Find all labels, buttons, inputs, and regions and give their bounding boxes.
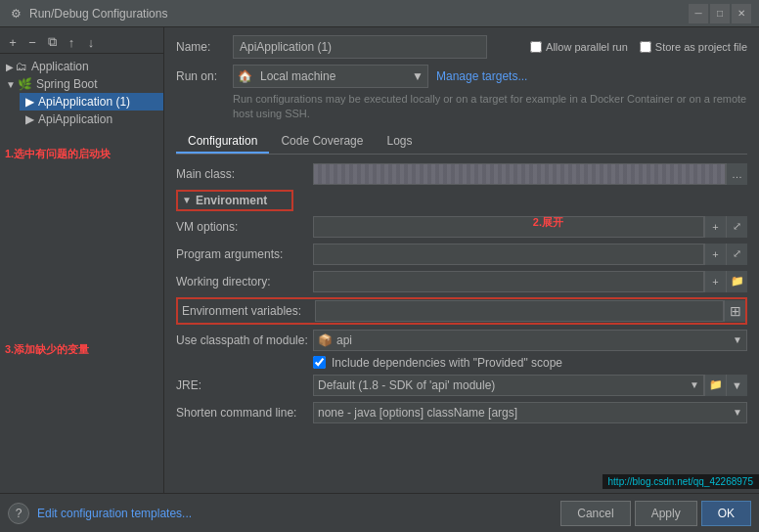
title-bar-title: Run/Debug Configurations xyxy=(29,7,689,21)
expand-arrow-application: ▶ xyxy=(6,62,14,72)
vm-options-plus-button[interactable]: + xyxy=(704,216,726,238)
jre-folder-button[interactable]: 📁 xyxy=(704,375,726,396)
jre-row: JRE: Default (1.8 - SDK of 'api' module)… xyxy=(176,374,747,397)
help-button[interactable]: ? xyxy=(8,503,29,524)
env-expand-arrow: ▼ xyxy=(182,195,192,205)
sidebar: + − ⧉ ↑ ↓ ▶ 🗂 Application ▼ 🌿 Spring Boo… xyxy=(0,27,164,493)
run-on-label: Run on: xyxy=(176,69,225,83)
run-config-icon-1: ▶ xyxy=(25,95,34,109)
env-section-label: Environment xyxy=(196,194,267,207)
tab-code-coverage[interactable]: Code Coverage xyxy=(269,130,375,154)
tab-configuration[interactable]: Configuration xyxy=(176,130,269,154)
working-dir-label: Working directory: xyxy=(176,275,313,288)
move-up-button[interactable]: ↑ xyxy=(63,33,80,51)
name-row: Name: Allow parallel run Store as projec… xyxy=(176,35,747,59)
title-bar-controls: ─ □ ✕ xyxy=(689,4,751,23)
apply-button[interactable]: Apply xyxy=(635,501,697,526)
vm-options-expand-button[interactable]: ⤢ xyxy=(726,216,747,238)
name-input[interactable] xyxy=(233,35,487,59)
sidebar-item-springboot-group[interactable]: ▼ 🌿 Spring Boot xyxy=(0,75,163,93)
run-on-row: Run on: 🏠 Local machine ▼ Manage targets… xyxy=(176,65,747,88)
include-deps-row: Include dependencies with "Provided" sco… xyxy=(176,356,747,370)
env-vars-input[interactable] xyxy=(315,300,724,322)
copy-config-button[interactable]: ⧉ xyxy=(43,33,61,51)
working-dir-folder-button[interactable]: 📁 xyxy=(726,271,747,292)
run-on-value: Local machine xyxy=(260,69,335,83)
jre-browse-button[interactable]: ▼ xyxy=(726,375,747,396)
allow-parallel-checkbox[interactable] xyxy=(530,41,542,53)
vm-options-row: VM options: + ⤢ xyxy=(176,215,747,239)
include-deps-checkbox[interactable] xyxy=(313,356,326,369)
program-args-plus-button[interactable]: + xyxy=(704,244,726,265)
add-config-button[interactable]: + xyxy=(4,33,22,51)
expand-arrow-springboot: ▼ xyxy=(6,79,16,90)
title-bar-icon: ⚙ xyxy=(8,6,23,22)
minimize-button[interactable]: ─ xyxy=(689,4,708,23)
main-layout: + − ⧉ ↑ ↓ ▶ 🗂 Application ▼ 🌿 Spring Boo… xyxy=(0,27,759,493)
jre-value: Default (1.8 - SDK of 'api' module) xyxy=(318,378,690,392)
title-bar: ⚙ Run/Debug Configurations ─ □ ✕ xyxy=(0,0,759,27)
sidebar-toolbar: + − ⧉ ↑ ↓ xyxy=(0,31,163,54)
tab-logs[interactable]: Logs xyxy=(375,130,424,154)
working-dir-row: Working directory: + 📁 xyxy=(176,270,747,293)
run-config-icon-2: ▶ xyxy=(25,112,34,126)
close-button[interactable]: ✕ xyxy=(732,4,751,23)
main-class-label: Main class: xyxy=(176,167,313,181)
checkboxes-row: Allow parallel run Store as project file xyxy=(530,41,747,53)
environment-section-header[interactable]: ▼ Environment xyxy=(176,190,293,211)
allow-parallel-label: Allow parallel run xyxy=(530,41,628,53)
run-on-dropdown-arrow: ▼ xyxy=(412,69,424,83)
maximize-button[interactable]: □ xyxy=(710,4,730,23)
module-icon: 📦 xyxy=(318,333,333,347)
env-vars-label: Environment variables: xyxy=(178,304,315,318)
classpath-select[interactable]: 📦 api ▼ xyxy=(313,330,747,351)
manage-targets-link[interactable]: Manage targets... xyxy=(436,69,527,83)
classpath-dropdown-arrow[interactable]: ▼ xyxy=(733,334,742,345)
sidebar-item-label-apiapplication-1: ApiApplication (1) xyxy=(38,95,130,109)
module-value: api xyxy=(336,333,733,347)
shorten-cmd-value: none - java [options] className [args] xyxy=(318,406,733,420)
run-on-select[interactable]: 🏠 Local machine ▼ xyxy=(233,65,428,88)
remove-config-button[interactable]: − xyxy=(23,33,41,51)
classpath-row: Use classpath of module: 📦 api ▼ xyxy=(176,329,747,352)
jre-select[interactable]: Default (1.8 - SDK of 'api' module) ▼ xyxy=(313,375,704,396)
shorten-cmd-label: Shorten command line: xyxy=(176,406,313,420)
description-text: Run configurations may be executed local… xyxy=(233,92,747,122)
sidebar-item-apiapplication-1[interactable]: ▶ ApiApplication (1) xyxy=(20,93,163,111)
store-as-project-checkbox[interactable] xyxy=(640,41,651,53)
program-args-input[interactable] xyxy=(313,244,704,265)
program-args-row: Program arguments: + ⤢ xyxy=(176,243,747,266)
bottom-bar: ? Edit configuration templates... Cancel… xyxy=(0,493,759,532)
working-dir-plus-button[interactable]: + xyxy=(704,271,726,292)
jre-dropdown-arrow[interactable]: ▼ xyxy=(690,379,699,390)
shorten-cmd-dropdown-arrow[interactable]: ▼ xyxy=(733,407,742,418)
main-class-browse-button[interactable]: … xyxy=(726,163,747,185)
store-as-project-label: Store as project file xyxy=(640,41,747,53)
springboot-group-label: Spring Boot xyxy=(36,77,98,91)
application-group-icon: 🗂 xyxy=(16,60,27,73)
program-args-label: Program arguments: xyxy=(176,247,313,261)
bottom-right-buttons: Cancel Apply OK xyxy=(560,501,751,526)
shorten-cmd-select[interactable]: none - java [options] className [args] ▼ xyxy=(313,402,747,423)
sidebar-item-application[interactable]: ▶ 🗂 Application xyxy=(0,58,163,75)
working-dir-input[interactable] xyxy=(313,271,704,292)
local-machine-icon: 🏠 xyxy=(238,69,252,83)
sidebar-item-apiapplication[interactable]: ▶ ApiApplication xyxy=(20,111,163,128)
application-group-label: Application xyxy=(31,60,89,73)
vm-options-label: VM options: xyxy=(176,220,313,234)
move-down-button[interactable]: ↓ xyxy=(82,33,100,51)
main-class-input[interactable] xyxy=(313,163,726,185)
main-class-row: Main class: … xyxy=(176,162,747,186)
vm-options-input[interactable] xyxy=(313,216,704,238)
program-args-expand-button[interactable]: ⤢ xyxy=(726,244,747,265)
ok-button[interactable]: OK xyxy=(701,501,751,526)
cancel-button[interactable]: Cancel xyxy=(560,501,630,526)
env-vars-row: Environment variables: ⊞ xyxy=(176,297,747,325)
classpath-label: Use classpath of module: xyxy=(176,333,313,347)
edit-templates-link[interactable]: Edit configuration templates... xyxy=(37,507,192,520)
sidebar-item-label-apiapplication: ApiApplication xyxy=(38,112,112,126)
tabs-row: Configuration Code Coverage Logs xyxy=(176,130,747,155)
name-label: Name: xyxy=(176,40,225,54)
env-vars-edit-button[interactable]: ⊞ xyxy=(724,300,745,322)
jre-label: JRE: xyxy=(176,378,313,392)
